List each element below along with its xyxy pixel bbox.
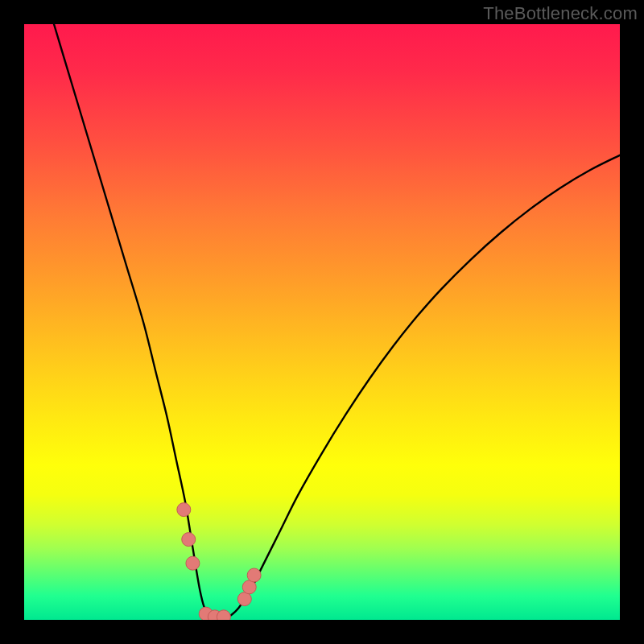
data-marker — [217, 610, 230, 620]
bottleneck-curve — [54, 24, 620, 620]
chart-frame: TheBottleneck.com — [0, 0, 644, 644]
chart-svg — [24, 24, 620, 620]
data-marker — [177, 503, 191, 517]
plot-area — [24, 24, 620, 620]
data-marker — [247, 568, 261, 582]
data-marker — [186, 556, 200, 570]
watermark-text: TheBottleneck.com — [483, 3, 638, 24]
data-markers — [177, 503, 261, 620]
data-marker — [182, 533, 196, 547]
